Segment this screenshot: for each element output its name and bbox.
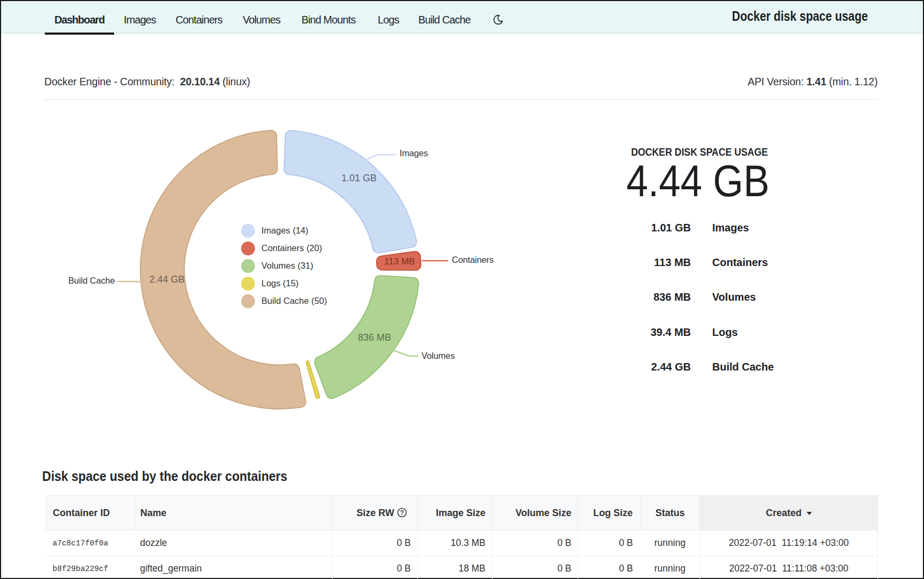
svg-text:?: ? [400,509,404,517]
